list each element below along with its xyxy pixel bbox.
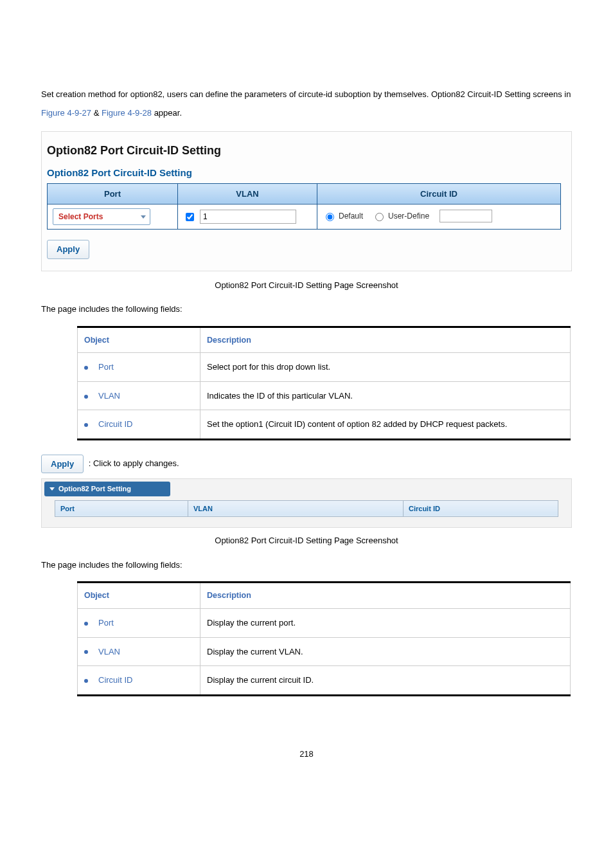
obj-header-description: Description (200, 583, 571, 609)
page-number: 218 (41, 748, 572, 761)
col-header-circuitid: Circuit ID (404, 500, 558, 517)
obj-desc-vlan: Indicates the ID of this particular VLAN… (200, 381, 571, 410)
figure-caption-2: Option82 Port Circuit-ID Setting Page Sc… (41, 534, 572, 547)
bullet-icon (84, 679, 88, 683)
vlan-enable-checkbox[interactable] (186, 213, 194, 221)
intro-paragraph: Set creation method for option82, users … (41, 86, 572, 122)
obj-desc-circuitid: Set the option1 (Circuit ID) content of … (200, 410, 571, 440)
obj-row-circuitid: Circuit ID (78, 666, 200, 696)
object-table-1: Object Description Port Select port for … (77, 326, 571, 440)
obj-desc-port: Select port for this drop down list. (200, 353, 571, 382)
fields-lead-1: The page includes the following fields: (41, 303, 572, 316)
obj-header-description: Description (200, 327, 571, 353)
config-table: Port VLAN Circuit ID Select Ports (47, 183, 561, 230)
circuitid-default-label: Default (339, 210, 363, 222)
vlan-id-input[interactable] (200, 210, 296, 224)
obj-row-vlan: VLAN (78, 637, 200, 666)
bullet-icon (84, 395, 88, 399)
col-header-vlan: VLAN (188, 500, 404, 517)
fields-lead-2: The page includes the following fields: (41, 559, 572, 572)
figure-link-1[interactable]: Figure 4-9-27 (41, 108, 91, 118)
apply-instruction-text: : Click to apply changes. (89, 458, 179, 468)
intro-text-a: Set creation method for option82, users … (41, 89, 571, 99)
figure-link-2[interactable]: Figure 4-9-28 (102, 108, 152, 118)
circuitid-cell: Default User-Define (317, 204, 561, 230)
port-select-label: Select Ports (58, 211, 103, 222)
bullet-icon (84, 423, 88, 427)
panel-title: Option82 Port Setting (58, 484, 131, 494)
obj-desc-port: Display the current port. (200, 609, 571, 638)
screenshot-option82-setting: Option82 Port Circuit-ID Setting Option8… (41, 131, 572, 271)
figure-caption-1: Option82 Port Circuit-ID Setting Page Sc… (41, 279, 572, 292)
obj-header-object: Object (78, 583, 200, 609)
apply-instruction-row: Apply : Click to apply changes. (41, 455, 572, 474)
chevron-down-icon (49, 487, 55, 491)
apply-button-inline[interactable]: Apply (41, 455, 84, 474)
obj-row-port: Port (78, 353, 200, 382)
obj-row-port: Port (78, 609, 200, 638)
bullet-icon (84, 650, 88, 654)
obj-header-object: Object (78, 327, 200, 353)
obj-desc-vlan: Display the current VLAN. (200, 637, 571, 666)
intro-amp: & (94, 108, 102, 118)
vlan-cell (178, 204, 317, 230)
circuitid-userdefine-label: User-Define (388, 210, 429, 222)
intro-text-b: appear. (154, 108, 182, 118)
screenshot-option82-port-list: Option82 Port Setting Port VLAN Circuit … (41, 478, 572, 528)
chevron-down-icon (141, 215, 146, 219)
circuitid-default-radio[interactable] (326, 213, 334, 221)
bullet-icon (84, 366, 88, 370)
obj-row-circuitid: Circuit ID (78, 410, 200, 440)
port-cell: Select Ports (48, 204, 178, 230)
port-setting-table: Port VLAN Circuit ID (55, 500, 558, 518)
col-header-vlan: VLAN (178, 183, 317, 204)
obj-desc-circuitid: Display the current circuit ID. (200, 666, 571, 696)
panel-header[interactable]: Option82 Port Setting (44, 482, 170, 496)
obj-row-vlan: VLAN (78, 381, 200, 410)
col-header-port: Port (48, 183, 178, 204)
bullet-icon (84, 622, 88, 626)
col-header-circuitid: Circuit ID (317, 183, 561, 204)
port-select-dropdown[interactable]: Select Ports (53, 208, 150, 225)
circuitid-userdefine-input[interactable] (440, 210, 492, 222)
col-header-port: Port (55, 500, 188, 517)
object-table-2: Object Description Port Display the curr… (77, 581, 571, 696)
apply-button[interactable]: Apply (47, 240, 89, 259)
circuitid-userdefine-radio[interactable] (375, 213, 384, 221)
screenshot-title: Option82 Port Circuit-ID Setting (47, 142, 561, 159)
screenshot-subtitle: Option82 Port Circuit-ID Setting (47, 166, 561, 181)
